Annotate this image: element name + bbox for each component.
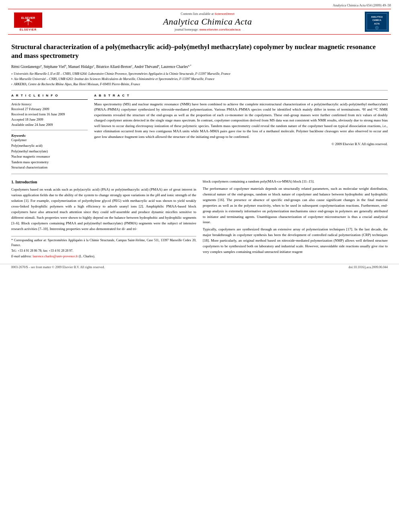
email-label: E-mail address:	[11, 255, 33, 258]
info-divider	[11, 99, 88, 100]
journal-logo-right: ANALYTICA CHIMICA ACTA	[363, 12, 391, 32]
affiliation-c: c ARKEMA, Centre de Recherche Rhône Alpe…	[11, 82, 388, 87]
body-col-left: 1. Introduction Copolymers based on weak…	[11, 179, 196, 260]
info-abstract-section: A R T I C L E I N F O Article history: R…	[11, 94, 388, 170]
body-col-right: block copolymers containing a random pol…	[203, 179, 388, 260]
footnote-section: * Corresponding author at: Spectrométrie…	[11, 236, 196, 259]
keywords-label: Keywords:	[11, 134, 88, 138]
intro-para-performance: The performance of copolymer materials d…	[203, 186, 388, 226]
article-info-heading: A R T I C L E I N F O	[11, 94, 88, 97]
affiliation-b: b Aix-Marseille Université – CNRS, UMR 6…	[11, 77, 388, 82]
svg-text:ELSEVIER: ELSEVIER	[21, 16, 35, 19]
revised-date: Received in revised form 16 June 2009	[11, 112, 88, 117]
author-giordanengo: Rémi Giordanengoa,	[11, 65, 43, 69]
elsevier-text: ELSEVIER	[20, 28, 37, 31]
svg-text:CHIMICA: CHIMICA	[372, 19, 381, 21]
journal-ref: Analytica Chimica Acta 654 (2009) 49–58	[8, 3, 391, 7]
footnote-corresponding: * Corresponding author at: Spectrométrie…	[11, 238, 196, 248]
author-charles: Laurence Charlesa,*	[161, 65, 191, 69]
section1-title: 1. Introduction	[11, 179, 196, 185]
article-history: Article history: Received 27 February 20…	[11, 102, 88, 127]
homepage-url[interactable]: www.elsevier.com/locate/aca	[200, 28, 241, 31]
keyword-2: Poly(methacrylic acid)	[11, 143, 88, 149]
keywords-divider	[11, 130, 88, 130]
available-date: Available online 24 June 2009	[11, 122, 88, 127]
abstract-text: Mass spectrometry (MS) and nuclear magne…	[94, 102, 388, 140]
keyword-4: Nuclear magnetic resonance	[11, 154, 88, 160]
copyright-line: © 2009 Elsevier B.V. All rights reserved…	[94, 142, 388, 146]
intro-para-block-copolymers: block copolymers containing a random pol…	[203, 179, 388, 185]
page: Analytica Chimica Acta 654 (2009) 49–58 …	[0, 0, 399, 532]
intro-para-1: Copolymers based on weak acids such as p…	[11, 187, 196, 232]
svg-point-5	[27, 19, 30, 21]
author-thevand: André Thévanda,	[134, 65, 161, 69]
contents-line: Contents lists available at ScienceDirec…	[181, 12, 234, 16]
affiliation-a: a Universités Aix-Marseille I, II et III…	[11, 72, 388, 76]
divider-1	[11, 90, 388, 90]
keyword-1: Copolymer	[11, 138, 88, 143]
sciencedirect-link[interactable]: ScienceDirect	[214, 12, 234, 16]
journal-title: Analytica Chimica Acta	[163, 16, 252, 27]
author-hidalgo: Manuel Hidalgoc,	[68, 65, 96, 69]
author-viel: Stéphane Vielb,	[43, 65, 68, 69]
email-address[interactable]: laurence.charles@univ-provence.fr	[33, 255, 78, 258]
footnote-tel: Tel.: +33 4 91 28 86 78; fax: +33 4 91 2…	[11, 249, 196, 253]
issn-line: 0003-2670/$ – see front matter © 2009 El…	[11, 265, 105, 269]
doi-line: doi:10.1016/j.aca.2009.06.044	[348, 265, 388, 269]
keyword-3: Poly(methyl methacrylate)	[11, 149, 88, 154]
svg-text:ANALYTICA: ANALYTICA	[371, 16, 383, 18]
author-allard-breton: Béatrice Allard-Bretonc,	[96, 65, 134, 69]
elsevier-logo: ELSEVIER ELSEVIER	[8, 12, 48, 31]
header: Analytica Chimica Acta 654 (2009) 49–58 …	[0, 0, 399, 37]
history-label: Article history:	[11, 102, 88, 107]
received-date: Received 27 February 2009	[11, 107, 88, 112]
abstract-heading: A B S T R A C T	[94, 94, 388, 97]
intro-para-typically: Typically, copolymers are synthesized th…	[203, 227, 388, 255]
keyword-6: Structural characterization	[11, 165, 88, 170]
keywords-section: Keywords: Copolymer Poly(methacrylic aci…	[11, 134, 88, 170]
affiliations: a Universités Aix-Marseille I, II et III…	[11, 72, 388, 87]
header-banner: ELSEVIER ELSEVIER Contents lists availab…	[8, 9, 391, 35]
article-title: Structural characterization of a poly(me…	[11, 43, 388, 60]
article-info-col: A R T I C L E I N F O Article history: R…	[11, 94, 88, 170]
article-content: Structural characterization of a poly(me…	[0, 37, 399, 260]
keyword-5: Tandem mass spectrometry	[11, 160, 88, 165]
abstract-divider	[94, 99, 388, 100]
header-center: Contents lists available at ScienceDirec…	[52, 12, 363, 31]
divider-2	[11, 174, 388, 174]
authors: Rémi Giordanengoa, Stéphane Vielb, Manue…	[11, 64, 388, 70]
journal-logo-box: ANALYTICA CHIMICA ACTA	[365, 12, 389, 32]
abstract-col: A B S T R A C T Mass spectrometry (MS) a…	[94, 94, 388, 170]
footnote-email: E-mail address: laurence.charles@univ-pr…	[11, 254, 196, 259]
body-section: 1. Introduction Copolymers based on weak…	[11, 179, 388, 260]
svg-text:ACTA: ACTA	[374, 23, 380, 25]
bottom-bar: 0003-2670/$ – see front matter © 2009 El…	[0, 264, 399, 270]
homepage-line: journal homepage: www.elsevier.com/locat…	[175, 28, 241, 31]
accepted-date: Accepted 18 June 2009	[11, 117, 88, 122]
